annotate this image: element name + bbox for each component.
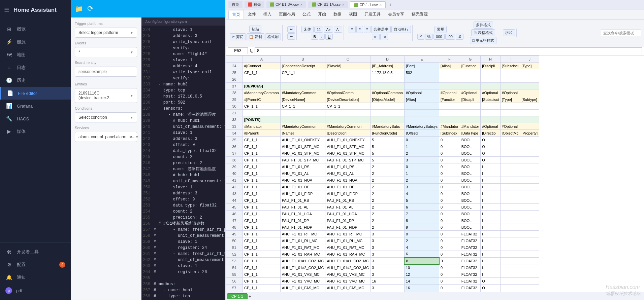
table-cell[interactable]: FLOAT32 <box>460 285 481 291</box>
table-cell[interactable]: CP_1_1 <box>243 163 281 170</box>
table-cell[interactable]: FLOAT32 <box>460 264 481 271</box>
table-cell[interactable]: BOOL <box>460 217 481 224</box>
cell-ref-input[interactable] <box>228 47 248 54</box>
table-cell[interactable] <box>500 231 520 237</box>
table-cell[interactable]: I <box>481 197 501 204</box>
table-cell[interactable]: BOOL <box>460 177 481 184</box>
table-cell[interactable]: AHU_F1_01_AL <box>325 170 371 177</box>
table-cell[interactable]: 1 172.18.0.5 <box>371 69 405 76</box>
table-cell[interactable] <box>460 69 481 76</box>
trigger-platform-dropdown[interactable]: Select trigger platform ▼ <box>75 28 137 38</box>
table-cell[interactable]: AHU_F1_01_RT_MC <box>280 231 325 237</box>
table-cell[interactable] <box>500 224 520 231</box>
table-cell[interactable]: [SlaveId] <box>325 63 371 69</box>
table-cell[interactable]: [Type] <box>520 63 539 69</box>
table-cell[interactable]: 3 <box>371 251 405 258</box>
table-cell[interactable] <box>500 143 520 150</box>
table-cell[interactable]: BOOL <box>460 224 481 231</box>
copy-button[interactable]: 📋 复制 <box>247 33 264 40</box>
col-header[interactable]: B <box>280 56 325 63</box>
table-cell[interactable]: I <box>481 244 501 251</box>
table-cell[interactable]: 2 <box>371 204 405 211</box>
table-cell[interactable]: 2 <box>404 177 439 184</box>
table-cell[interactable]: [Property] <box>520 130 539 137</box>
table-cell[interactable]: 2 <box>371 177 405 184</box>
redo-button[interactable]: ↪ <box>287 33 295 40</box>
ribbon-tab-view[interactable]: 视图 <box>346 10 360 19</box>
ribbon-tab-file[interactable]: 文件 <box>245 10 259 19</box>
table-cell[interactable] <box>481 110 501 116</box>
table-cell[interactable]: #OptionalComm <box>325 89 371 96</box>
table-cell[interactable]: CP_1_1 <box>243 190 281 197</box>
currency-btn[interactable]: ¥ <box>417 34 424 40</box>
table-cell[interactable]: 1 <box>404 170 439 177</box>
entities-dropdown[interactable]: 21091116C (device_tracker.2... ▼ <box>75 88 137 103</box>
table-cell[interactable]: [Port] <box>404 63 439 69</box>
table-cell[interactable]: BOOL <box>460 211 481 217</box>
sidebar-item-energy[interactable]: ⚡ 能源 <box>0 36 71 48</box>
table-cell[interactable]: 3 <box>371 237 405 244</box>
cell-format[interactable]: □ 单元格样式 <box>470 37 496 44</box>
tab-cpb11a[interactable]: 🟩 CP-B1-1A.csv✕ <box>308 1 348 8</box>
table-cell[interactable]: [Description] <box>325 130 371 137</box>
tab-draft[interactable]: 🟥 稿壳 <box>245 1 264 8</box>
wrap-text[interactable]: 自动换行 <box>391 26 411 33</box>
table-cell[interactable]: [Alias] <box>439 63 460 69</box>
table-cell[interactable]: 5 <box>371 150 405 157</box>
table-cell[interactable]: 3 <box>404 184 439 190</box>
table-cell[interactable]: AHU_F1_01_STP_MC <box>280 143 325 150</box>
table-cell[interactable]: 14 <box>404 278 439 285</box>
table-cell[interactable] <box>243 110 281 116</box>
table-cell[interactable]: CP_1_1 <box>243 278 281 285</box>
table-cell[interactable]: #Mandator <box>460 123 481 130</box>
close-icon[interactable]: ✕ <box>379 3 382 7</box>
ribbon-tab-home[interactable]: 首页 <box>228 10 244 19</box>
table-cell[interactable]: 2 <box>371 190 405 197</box>
table-cell[interactable] <box>520 244 539 251</box>
sidebar-item-overview[interactable]: ⊞ 概览 <box>0 23 71 36</box>
table-cell[interactable]: AHU_F1_01_ONEKEY <box>325 137 371 143</box>
ribbon-tab-formula[interactable]: 公式 <box>299 10 314 19</box>
tab-cp11[interactable]: 🟩 CP-1-1.csv✕ <box>350 1 385 8</box>
table-cell[interactable] <box>280 76 325 83</box>
sidebar-item-notify[interactable]: 🔔 通知 <box>0 271 71 284</box>
table-cell[interactable] <box>460 76 481 83</box>
table-cell[interactable] <box>460 116 481 123</box>
table-cell[interactable]: PAU_F1_01_AL <box>325 204 371 211</box>
table-cell[interactable]: [SubIndex <box>439 130 460 137</box>
table-cell[interactable]: [Directio <box>481 130 501 137</box>
table-cell[interactable]: FLOAT32 <box>460 271 481 278</box>
table-cell[interactable]: 3 <box>371 244 405 251</box>
table-cell[interactable]: CP_1_1 <box>243 258 281 264</box>
table-cell[interactable]: [Name] <box>280 130 325 137</box>
table-cell[interactable]: I <box>481 224 501 231</box>
table-cell[interactable]: AHU_F1_01_RAH_MC <box>280 251 325 258</box>
table-cell[interactable] <box>500 184 520 190</box>
table-cell[interactable]: FLOAT32 <box>460 278 481 285</box>
table-cell[interactable]: CP_1_1 <box>243 271 281 278</box>
table-cell[interactable] <box>520 217 539 224</box>
table-cell[interactable]: AHU_F1_01_HOA <box>280 177 325 184</box>
table-cell[interactable]: I <box>481 231 501 237</box>
table-cell[interactable] <box>520 184 539 190</box>
table-cell[interactable]: I <box>481 217 501 224</box>
table-cell[interactable]: FLOAT32 <box>460 237 481 244</box>
table-cell[interactable] <box>520 177 539 184</box>
table-cell[interactable] <box>500 69 520 76</box>
table-cell[interactable] <box>371 103 405 110</box>
table-cell[interactable]: O <box>481 150 501 157</box>
sidebar-item-media[interactable]: ▶ 媒体 <box>0 125 71 138</box>
table-cell[interactable]: I <box>481 264 501 271</box>
ribbon-tab-data[interactable]: 数据 <box>330 10 345 19</box>
table-cell[interactable]: O <box>481 137 501 143</box>
table-cell[interactable]: CP_1_1 <box>243 224 281 231</box>
tab-home[interactable]: 首页 <box>228 1 243 8</box>
table-cell[interactable]: CP_1_1 <box>243 231 281 237</box>
table-cell[interactable] <box>500 251 520 258</box>
table-cell[interactable] <box>500 190 520 197</box>
table-cell[interactable]: 5 <box>404 197 439 204</box>
table-cell[interactable]: I <box>481 170 501 177</box>
undo-button[interactable]: ↩ <box>287 26 295 33</box>
table-cell[interactable]: #OptionalCommon <box>371 89 405 96</box>
table-cell[interactable]: #MandatoryCommon <box>325 123 371 130</box>
